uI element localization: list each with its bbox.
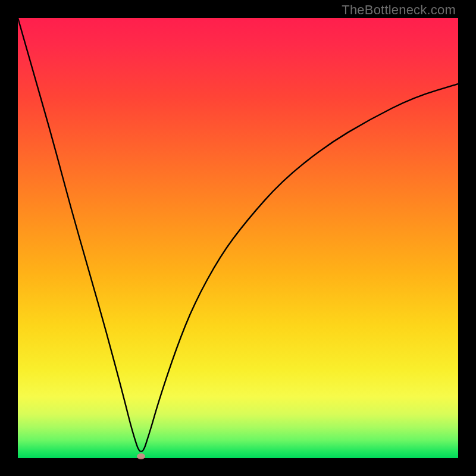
watermark-text: TheBottleneck.com <box>342 2 456 18</box>
chart-frame <box>18 18 458 458</box>
bottleneck-curve <box>18 18 458 458</box>
curve-minimum-marker <box>137 453 145 459</box>
